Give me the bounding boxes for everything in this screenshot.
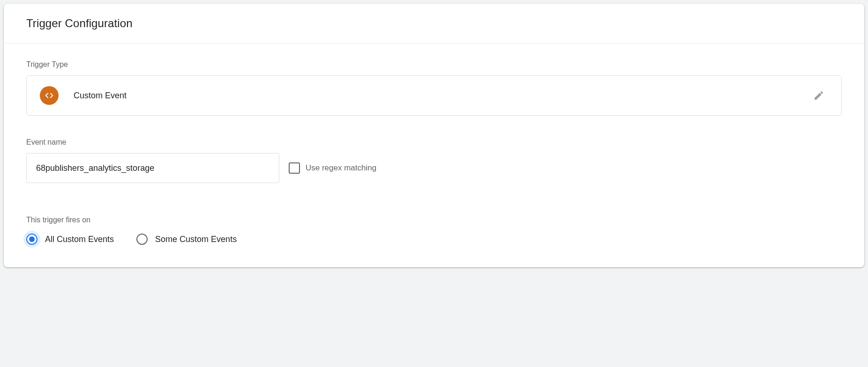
event-name-input[interactable]	[26, 153, 279, 183]
radio-some-custom-events[interactable]: Some Custom Events	[136, 234, 237, 245]
radio-all-label: All Custom Events	[45, 235, 114, 244]
trigger-type-info: Custom Event	[40, 86, 127, 105]
fires-on-section: This trigger fires on All Custom Events …	[26, 216, 842, 245]
card-header: Trigger Configuration	[4, 4, 864, 44]
event-name-label: Event name	[26, 138, 842, 147]
regex-checkbox-wrap[interactable]: Use regex matching	[289, 162, 376, 174]
trigger-type-selector[interactable]: Custom Event	[26, 75, 842, 116]
event-name-row: Use regex matching	[26, 153, 842, 183]
trigger-type-label: Trigger Type	[26, 60, 842, 69]
radio-some-label: Some Custom Events	[155, 235, 237, 244]
event-name-section: Event name Use regex matching	[26, 138, 842, 183]
regex-checkbox-label: Use regex matching	[306, 163, 376, 173]
card-title: Trigger Configuration	[26, 17, 842, 30]
trigger-type-section: Trigger Type Custom Event	[26, 60, 842, 116]
regex-checkbox[interactable]	[289, 162, 300, 174]
code-icon	[40, 86, 59, 105]
radio-button-selected[interactable]	[26, 234, 37, 245]
trigger-configuration-card: Trigger Configuration Trigger Type Custo…	[4, 4, 864, 267]
trigger-type-name: Custom Event	[74, 91, 127, 101]
radio-all-custom-events[interactable]: All Custom Events	[26, 234, 114, 245]
card-body: Trigger Type Custom Event	[4, 44, 864, 267]
fires-on-options: All Custom Events Some Custom Events	[26, 234, 842, 245]
edit-trigger-type-button[interactable]	[809, 86, 828, 105]
radio-button-unselected[interactable]	[136, 234, 148, 245]
fires-on-label: This trigger fires on	[26, 216, 842, 224]
pencil-icon	[813, 90, 824, 101]
